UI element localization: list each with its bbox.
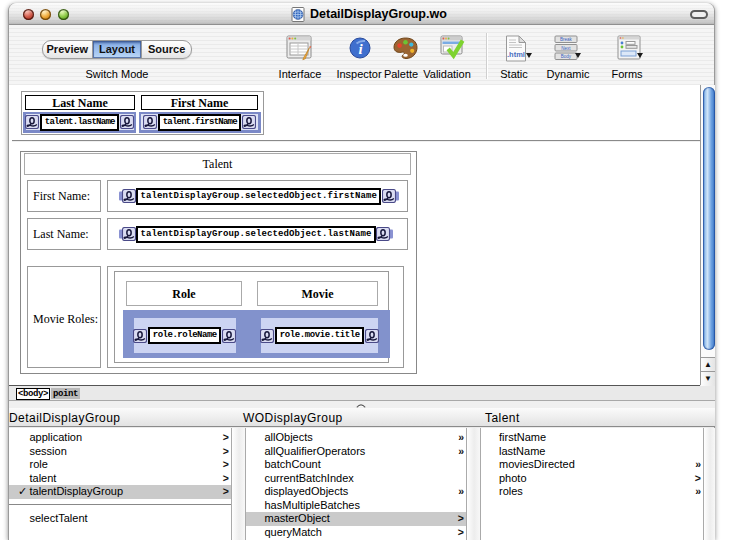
svg-text:Next: Next: [561, 46, 571, 51]
svg-text:.html: .html: [507, 50, 525, 59]
svg-text:Body: Body: [561, 54, 572, 59]
svg-text:Break: Break: [560, 37, 573, 42]
